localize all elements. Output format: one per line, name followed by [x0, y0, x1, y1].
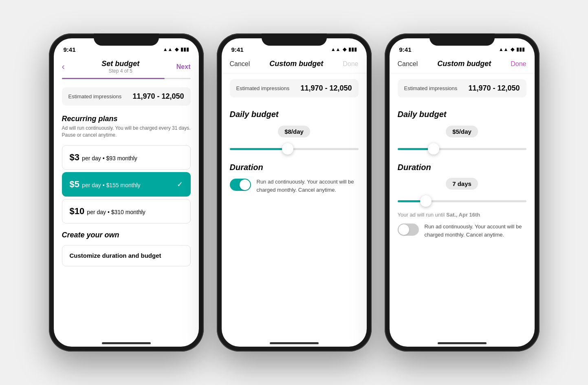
- recurring-sub: Ad will run continuously. You will be ch…: [54, 125, 199, 143]
- done-button-2[interactable]: Done: [343, 60, 358, 68]
- back-button-1[interactable]: ‹: [62, 62, 65, 72]
- signal-icon: ▲▲: [163, 46, 173, 52]
- toggle-knob-2: [240, 179, 250, 190]
- home-indicator-2: [222, 334, 367, 347]
- continuous-toggle-2[interactable]: [230, 179, 251, 191]
- impressions-label-3: Estimated impressions: [404, 85, 458, 91]
- customize-label: Customize duration and budget: [70, 252, 161, 259]
- notch-1: [94, 33, 159, 46]
- daily-budget-title-3: Daily budget: [398, 110, 526, 119]
- daily-budget-section-3: Daily budget $5/day: [390, 103, 535, 159]
- modal-title-2: Custom budget: [269, 60, 323, 68]
- home-indicator-1: [54, 334, 199, 347]
- screen-title-1: Set budget: [101, 60, 139, 68]
- wifi-icon: ◆: [175, 46, 178, 52]
- customize-button[interactable]: Customize duration and budget: [62, 245, 191, 266]
- days-value-bubble-3: 7 days: [446, 178, 478, 190]
- duration-slider-3[interactable]: [398, 194, 526, 208]
- impressions-row-3: Estimated impressions 11,970 - 12,050: [398, 79, 526, 97]
- plan-3-label: $3 per day • $93 monthly: [70, 152, 137, 163]
- status-icons-2: ▲▲ ◆ ▮▮▮: [331, 46, 357, 52]
- impressions-label-1: Estimated impressions: [68, 93, 122, 100]
- plan-10[interactable]: $10 per day • $310 monthly: [62, 199, 191, 223]
- toggle-row-3: Run ad continuously. Your account will b…: [398, 223, 526, 239]
- budget-slider-3[interactable]: [398, 142, 526, 156]
- battery-icon-2: ▮▮▮: [348, 46, 357, 52]
- daily-budget-section-2: Daily budget $8/day: [222, 103, 367, 159]
- budget-value-bubble-2: $8/day: [278, 126, 310, 137]
- modal-nav-2: Cancel Custom budget Done: [222, 56, 367, 73]
- phone-1: 9:41 ▲▲ ◆ ▮▮▮ ‹ Set budget Step 4 of 5 N…: [49, 33, 204, 352]
- wifi-icon-2: ◆: [343, 46, 346, 52]
- budget-value-bubble-3: $5/day: [446, 126, 478, 137]
- budget-slider-thumb-2[interactable]: [282, 143, 293, 155]
- plan-5-label: $5 per day • $155 monthly: [70, 179, 141, 190]
- phone-3: 9:41 ▲▲ ◆ ▮▮▮ Cancel Custom budget Done …: [385, 33, 540, 352]
- next-button-1[interactable]: Next: [176, 63, 191, 71]
- toggle-label-3: Run ad continuously. Your account will b…: [425, 223, 526, 239]
- battery-icon: ▮▮▮: [181, 46, 189, 52]
- cancel-button-2[interactable]: Cancel: [230, 60, 250, 68]
- toggle-label-2: Run ad continuously. Your account will b…: [257, 178, 359, 194]
- status-time-1: 9:41: [64, 46, 76, 53]
- cancel-button-3[interactable]: Cancel: [398, 60, 418, 68]
- status-icons-3: ▲▲ ◆ ▮▮▮: [499, 46, 525, 52]
- plan-10-label: $10 per day • $310 monthly: [70, 206, 145, 217]
- duration-section-3: Duration 7 days Your ad will run until S…: [390, 159, 535, 245]
- done-button-3[interactable]: Done: [511, 60, 526, 68]
- step-indicator-1: Step 4 of 5: [101, 68, 139, 74]
- signal-icon-2: ▲▲: [331, 46, 341, 52]
- impressions-value-1: 11,970 - 12,050: [132, 92, 184, 101]
- impressions-row-1: Estimated impressions 11,970 - 12,050: [62, 87, 191, 106]
- daily-budget-title-2: Daily budget: [230, 110, 359, 119]
- battery-icon-3: ▮▮▮: [516, 46, 525, 52]
- progress-fill-1: [62, 78, 165, 79]
- status-icons-1: ▲▲ ◆ ▮▮▮: [163, 46, 189, 52]
- modal-title-3: Custom budget: [437, 60, 491, 68]
- create-own-title: Create your own: [54, 226, 199, 241]
- budget-slider-2[interactable]: [230, 142, 359, 156]
- notch-2: [262, 33, 327, 46]
- progress-bar-1: [54, 75, 199, 83]
- home-indicator-3: [390, 334, 535, 347]
- signal-icon-3: ▲▲: [499, 46, 509, 52]
- impressions-row-2: Estimated impressions 11,970 - 12,050: [230, 79, 359, 97]
- home-bar-1: [102, 342, 151, 344]
- notch-3: [429, 33, 495, 46]
- modal-nav-3: Cancel Custom budget Done: [390, 56, 535, 73]
- duration-title-3: Duration: [398, 163, 526, 172]
- status-time-2: 9:41: [231, 46, 244, 53]
- end-date-3: Your ad will run until Sat., Apr 16th: [398, 212, 526, 218]
- duration-slider-thumb-3[interactable]: [420, 195, 432, 207]
- impressions-value-3: 11,970 - 12,050: [468, 84, 520, 93]
- toggle-knob-3: [399, 224, 409, 235]
- recurring-title: Recurring plans: [54, 110, 199, 125]
- wifi-icon-3: ◆: [511, 46, 514, 52]
- nav-bar-1: ‹ Set budget Step 4 of 5 Next: [54, 56, 199, 75]
- impressions-label-2: Estimated impressions: [236, 85, 290, 91]
- plan-5-check: ✓: [177, 180, 183, 189]
- status-time-3: 9:41: [399, 46, 412, 53]
- budget-slider-thumb-3[interactable]: [428, 143, 439, 155]
- continuous-toggle-3[interactable]: [398, 223, 419, 236]
- budget-slider-fill-2: [230, 148, 288, 150]
- home-bar-3: [438, 342, 487, 344]
- toggle-row-2: Run ad continuously. Your account will b…: [230, 178, 359, 194]
- impressions-value-2: 11,970 - 12,050: [300, 84, 352, 93]
- home-bar-2: [270, 342, 319, 344]
- plan-3[interactable]: $3 per day • $93 monthly: [62, 145, 191, 170]
- duration-title-2: Duration: [230, 163, 359, 172]
- phone-2: 9:41 ▲▲ ◆ ▮▮▮ Cancel Custom budget Done …: [217, 33, 372, 352]
- plan-5[interactable]: $5 per day • $155 monthly ✓: [62, 172, 191, 197]
- duration-section-2: Duration Run ad continuously. Your accou…: [222, 159, 367, 200]
